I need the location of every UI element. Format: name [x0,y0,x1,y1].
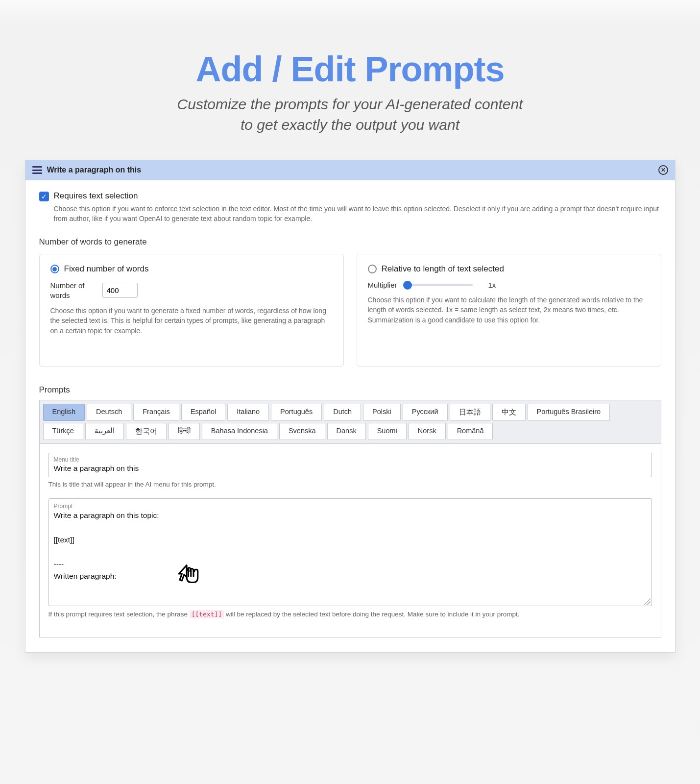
numwords-input-label: Number of words [50,281,95,300]
fixed-words-help: Choose this option if you want to genera… [50,306,333,336]
numwords-input[interactable] [102,283,138,298]
prompt-textarea[interactable]: Prompt Write a paragraph on this topic: … [48,498,652,606]
language-tab[interactable]: Italiano [227,404,269,421]
menu-title-help: This is title that will appear in the AI… [48,480,652,490]
prompt-help: If this prompt requires text selection, … [48,610,652,619]
language-tab[interactable]: English [43,404,85,421]
language-tab[interactable]: हिन्दी [169,423,200,440]
language-tab[interactable]: Dutch [324,404,361,421]
close-icon[interactable]: ✕ [658,165,668,175]
menu-title-field[interactable]: Menu title Write a paragraph on this [48,453,652,477]
prompt-editor-panel: Write a paragraph on this ✕ ✓ Requires t… [25,160,676,653]
language-tab[interactable]: Français [133,404,179,421]
requires-selection-checkbox[interactable]: ✓ [39,192,49,201]
language-tab[interactable]: Română [448,423,493,440]
language-tab[interactable]: Suomi [368,423,407,440]
numwords-section-label: Number of words to generate [39,237,661,247]
menu-title-value: Write a paragraph on this [54,464,647,473]
language-tabs-row-1: EnglishDeutschFrançaisEspañolItalianoPor… [40,400,661,422]
page-title: Add / Edit Prompts [0,49,700,89]
language-tab[interactable]: Türkçe [43,423,83,440]
fixed-words-radio[interactable] [50,265,59,273]
language-tab[interactable]: Dansk [327,423,366,440]
multiplier-value: 1x [488,281,496,289]
prompt-minilabel: Prompt [54,503,647,510]
language-tabs-row-2: Türkçeالعربية한국어हिन्दीBahasa IndonesiaSv… [40,422,661,443]
relative-words-radio[interactable] [368,265,377,273]
language-tab[interactable]: العربية [85,423,124,440]
relative-words-radio-label: Relative to length of text selected [382,264,504,274]
language-tab[interactable]: 한국어 [126,423,167,440]
language-tabs-container: EnglishDeutschFrançaisEspañolItalianoPor… [39,400,661,637]
text-placeholder-chip: [[text]] [190,610,224,618]
fixed-words-radio-label: Fixed number of words [64,264,149,274]
language-tab[interactable]: Norsk [409,423,446,440]
panel-header: Write a paragraph on this ✕ [25,160,675,180]
prompts-section-label: Prompts [39,385,661,395]
requires-selection-help: Choose this option if you want to enforc… [54,204,661,223]
fixed-words-card: Fixed number of words Number of words Ch… [39,254,344,367]
language-tab[interactable]: Polski [363,404,401,421]
language-tab[interactable]: Bahasa Indonesia [202,423,277,440]
pointer-cursor-icon [176,560,204,588]
menu-title-minilabel: Menu title [54,456,647,463]
language-tab[interactable]: Español [181,404,225,421]
language-tab[interactable]: 日本語 [450,404,490,421]
language-tab[interactable]: Português [271,404,322,421]
language-tab[interactable]: Deutsch [87,404,131,421]
relative-words-help: Choose this option if you want to calcul… [368,295,650,325]
requires-selection-label: Requires text selection [54,191,138,201]
slider-thumb-icon[interactable] [403,281,412,290]
relative-words-card: Relative to length of text selected Mult… [357,254,661,367]
multiplier-label: Multiplier [368,281,397,289]
language-tab[interactable]: Svenska [279,423,325,440]
resize-handle-icon[interactable] [644,598,651,605]
multiplier-slider[interactable] [404,284,473,286]
language-tab[interactable]: Русский [403,404,448,421]
hamburger-icon[interactable] [32,166,42,174]
language-tab[interactable]: 中文 [492,404,526,421]
language-tab[interactable]: Português Brasileiro [528,404,610,421]
panel-title: Write a paragraph on this [47,166,142,174]
prompt-content: Write a paragraph on this topic: [[text]… [54,510,647,583]
page-subtitle: Customize the prompts for your AI-genera… [0,94,700,135]
